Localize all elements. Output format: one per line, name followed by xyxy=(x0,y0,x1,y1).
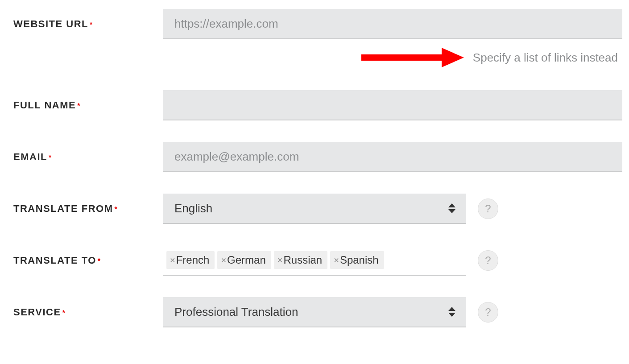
arrow-down-icon xyxy=(448,313,455,317)
tag-label: German xyxy=(227,254,266,266)
arrow-up-icon xyxy=(448,307,455,311)
row-translate-from: TRANSLATE FROM* English ? xyxy=(13,194,625,224)
input-col-translate-from: English ? xyxy=(163,194,622,224)
tag-label: French xyxy=(176,254,210,266)
label-service: SERVICE* xyxy=(13,306,163,318)
remove-tag-icon[interactable]: × xyxy=(334,255,339,265)
row-service: SERVICE* Professional Translation ? xyxy=(13,297,625,327)
svg-marker-1 xyxy=(442,48,464,67)
required-marker: * xyxy=(77,102,80,110)
website-url-input[interactable] xyxy=(163,9,622,39)
label-text-full-name: FULL NAME xyxy=(13,99,76,111)
tag-item: ×Russian xyxy=(274,251,327,269)
help-button-translate-to[interactable]: ? xyxy=(478,250,498,271)
label-translate-to: TRANSLATE TO* xyxy=(13,255,163,266)
select-arrows-icon xyxy=(448,203,455,213)
arrow-down-icon xyxy=(448,209,455,213)
full-name-input[interactable] xyxy=(163,90,622,120)
input-col-full-name xyxy=(163,90,622,120)
required-marker: * xyxy=(62,309,65,317)
label-email: EMAIL* xyxy=(13,151,163,163)
required-marker: * xyxy=(114,206,117,213)
select-wrap-service: Professional Translation xyxy=(163,297,466,327)
link-area: Specify a list of links instead xyxy=(163,46,622,69)
row-specify-link: Specify a list of links instead xyxy=(13,46,625,69)
remove-tag-icon[interactable]: × xyxy=(170,255,175,265)
label-text-website-url: WEBSITE URL xyxy=(13,18,88,29)
translate-to-tags-input[interactable]: ×French ×German ×Russian ×Spanish xyxy=(163,245,466,276)
specify-list-link[interactable]: Specify a list of links instead xyxy=(473,51,618,65)
help-icon: ? xyxy=(485,203,491,215)
row-translate-to: TRANSLATE TO* ×French ×German ×Russian ×… xyxy=(13,245,625,276)
input-col-translate-to: ×French ×German ×Russian ×Spanish ? xyxy=(163,245,622,276)
help-icon: ? xyxy=(485,254,491,267)
tag-label: Russian xyxy=(283,254,322,266)
row-website-url: WEBSITE URL* xyxy=(13,9,625,39)
label-text-service: SERVICE xyxy=(13,306,61,318)
select-arrows-icon xyxy=(448,307,455,317)
required-marker: * xyxy=(49,154,51,161)
translate-from-value: English xyxy=(174,202,212,215)
label-full-name: FULL NAME* xyxy=(13,99,163,111)
remove-tag-icon[interactable]: × xyxy=(221,255,226,265)
label-website-url: WEBSITE URL* xyxy=(13,18,163,30)
arrow-icon xyxy=(361,46,464,69)
service-select[interactable]: Professional Translation xyxy=(163,297,466,327)
help-icon: ? xyxy=(485,306,491,318)
service-value: Professional Translation xyxy=(174,305,298,319)
label-text-translate-to: TRANSLATE TO xyxy=(13,255,96,266)
select-wrap-translate-from: English xyxy=(163,194,466,224)
tag-item: ×Spanish xyxy=(330,251,384,269)
tag-label: Spanish xyxy=(340,254,379,266)
label-text-translate-from: TRANSLATE FROM xyxy=(13,203,113,214)
label-translate-from: TRANSLATE FROM* xyxy=(13,203,163,215)
required-marker: * xyxy=(90,21,92,29)
help-button-translate-from[interactable]: ? xyxy=(478,199,498,219)
label-text-email: EMAIL xyxy=(13,151,47,162)
help-button-service[interactable]: ? xyxy=(478,302,498,323)
row-full-name: FULL NAME* xyxy=(13,90,625,120)
tag-item: ×French xyxy=(166,251,215,269)
input-col-service: Professional Translation ? xyxy=(163,297,622,327)
input-col-website-url xyxy=(163,9,622,39)
tag-item: ×German xyxy=(217,251,271,269)
row-email: EMAIL* xyxy=(13,142,625,172)
remove-tag-icon[interactable]: × xyxy=(277,255,283,265)
arrow-up-icon xyxy=(448,203,455,207)
required-marker: * xyxy=(98,257,100,265)
input-col-email xyxy=(163,142,622,172)
email-input[interactable] xyxy=(163,142,622,172)
translate-from-select[interactable]: English xyxy=(163,194,466,224)
